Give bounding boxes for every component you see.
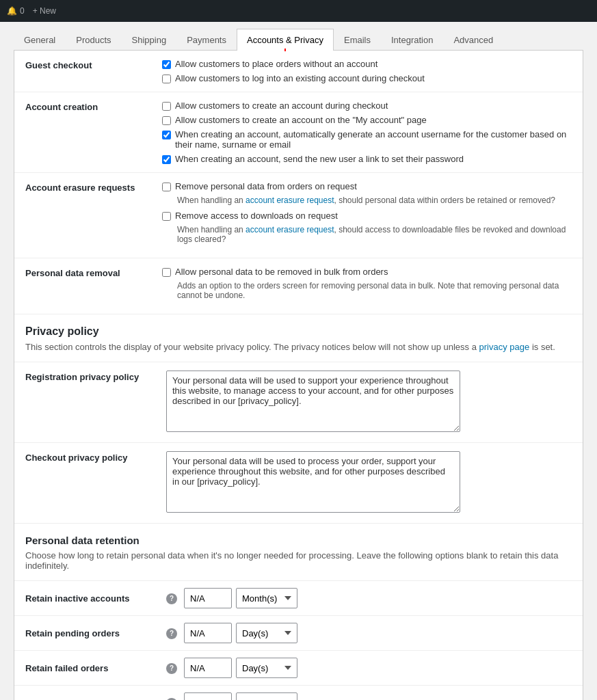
guest-checkout-checkbox-1[interactable] (162, 60, 171, 69)
account-erasure-row: Account erasure requests Remove personal… (14, 173, 583, 258)
retain-inactive-help-icon[interactable]: ? (166, 593, 177, 604)
privacy-policy-desc: This section controls the display of you… (25, 342, 572, 352)
checkout-privacy-label-wrap: Checkout privacy policy ? (25, 451, 162, 463)
registration-privacy-label: Registration privacy policy (25, 371, 162, 382)
personal-data-removal-hint: Adds an option to the orders screen for … (177, 281, 572, 300)
account-erasure-hint-1: When handling an account erasure request… (177, 196, 572, 205)
personal-data-removal-checkbox[interactable] (162, 268, 171, 277)
retain-cancelled-input[interactable] (184, 692, 232, 700)
account-creation-label-2[interactable]: Allow customers to create an account on … (175, 115, 427, 125)
new-button[interactable]: + New (33, 6, 56, 16)
guest-checkout-checkbox-2[interactable] (162, 75, 171, 83)
account-creation-label: Account creation (25, 100, 162, 112)
retain-inactive-select[interactable]: Month(s) Day(s) Week(s) Year(s) (236, 588, 297, 608)
retain-failed-input[interactable] (184, 658, 232, 678)
account-creation-option-1: Allow customers to create an account dur… (162, 100, 572, 111)
personal-data-removal-label: Personal data removal (25, 267, 162, 278)
retain-failed-select[interactable]: Day(s) Month(s) Week(s) Year(s) (236, 658, 297, 678)
account-erasure-label-2[interactable]: Remove access to downloads on request (175, 211, 338, 221)
account-erasure-checkbox-1[interactable] (162, 183, 171, 191)
tab-emails[interactable]: Emails (334, 29, 381, 51)
page-content: General Products Shipping Payments Accou… (0, 22, 597, 700)
account-erasure-checkbox-2[interactable] (162, 212, 171, 221)
account-erasure-label-1[interactable]: Remove personal data from orders on requ… (175, 181, 357, 191)
tab-products[interactable]: Products (66, 29, 121, 51)
account-creation-option-3: When creating an account, automatically … (162, 129, 572, 150)
checkout-privacy-label: Checkout privacy policy (25, 451, 162, 463)
retain-inactive-input[interactable] (184, 588, 232, 608)
retain-pending-orders-label: Retain pending orders (25, 628, 162, 638)
retain-pending-help-icon[interactable]: ? (166, 628, 177, 639)
personal-data-removal-option-label[interactable]: Allow personal data to be removed in bul… (175, 267, 388, 277)
account-erasure-hint-2: When handling an account erasure request… (177, 225, 572, 244)
retain-pending-orders-row: Retain pending orders ? Day(s) Month(s) … (14, 616, 583, 651)
retention-section-desc: Choose how long to retain personal data … (25, 550, 572, 571)
tab-integration[interactable]: Integration (381, 29, 443, 51)
retain-failed-orders-row: Retain failed orders ? Day(s) Month(s) W… (14, 651, 583, 686)
checkout-privacy-controls: Your personal data will be used to proce… (166, 451, 572, 515)
account-creation-option-2: Allow customers to create an account on … (162, 115, 572, 125)
registration-privacy-label-wrap: Registration privacy policy ? (25, 371, 162, 382)
retain-inactive-accounts-label: Retain inactive accounts (25, 593, 162, 604)
bell-icon: 🔔 (7, 6, 17, 16)
retain-failed-orders-label: Retain failed orders (25, 663, 162, 673)
guest-checkout-controls: Allow customers to place orders without … (162, 59, 572, 83)
account-creation-row: Account creation Allow customers to crea… (14, 92, 583, 173)
privacy-policy-title: Privacy policy (25, 325, 572, 338)
account-erasure-label: Account erasure requests (25, 181, 162, 193)
guest-checkout-label-2[interactable]: Allow customers to log into an existing … (175, 73, 425, 83)
guest-checkout-label-1[interactable]: Allow customers to place orders without … (175, 59, 377, 69)
guest-checkout-option-1: Allow customers to place orders without … (162, 59, 572, 69)
tab-accounts-privacy[interactable]: Accounts & Privacy (237, 29, 334, 51)
privacy-page-link[interactable]: privacy page (479, 342, 530, 352)
retain-failed-help-icon[interactable]: ? (166, 663, 177, 674)
tab-navigation: General Products Shipping Payments Accou… (14, 29, 583, 51)
erasure-request-link-1[interactable]: account erasure request (246, 196, 334, 205)
personal-data-removal-option: Allow personal data to be removed in bul… (162, 267, 572, 277)
erasure-request-link-2[interactable]: account erasure request (246, 225, 334, 234)
account-erasure-option-1: Remove personal data from orders on requ… (162, 181, 572, 191)
account-creation-checkbox-2[interactable] (162, 116, 171, 125)
personal-data-removal-row: Personal data removal Allow personal dat… (14, 258, 583, 314)
account-creation-checkbox-3[interactable] (162, 131, 171, 139)
account-creation-label-1[interactable]: Allow customers to create an account dur… (175, 100, 388, 111)
retention-section-heading: Personal data retention Choose how long … (14, 524, 583, 581)
guest-checkout-label: Guest checkout (25, 59, 162, 70)
privacy-policy-section-heading: Privacy policy This section controls the… (14, 314, 583, 362)
notifications[interactable]: 🔔 0 (7, 6, 25, 16)
account-creation-label-3[interactable]: When creating an account, automatically … (175, 129, 572, 150)
checkout-privacy-row: Checkout privacy policy ? Your personal … (14, 443, 583, 524)
account-erasure-option-2: Remove access to downloads on request (162, 211, 572, 221)
admin-bar: 🔔 0 + New (0, 0, 597, 22)
retain-cancelled-orders-row: Retain cancelled orders ? Day(s) Month(s… (14, 686, 583, 700)
account-erasure-controls: Remove personal data from orders on requ… (162, 181, 572, 250)
retain-pending-orders-controls: Day(s) Month(s) Week(s) Year(s) (184, 623, 297, 643)
tab-advanced[interactable]: Advanced (443, 29, 503, 51)
retain-inactive-accounts-row: Retain inactive accounts ? Month(s) Day(… (14, 581, 583, 616)
registration-privacy-textarea[interactable]: Your personal data will be used to suppo… (166, 371, 460, 432)
account-creation-checkbox-4[interactable] (162, 155, 171, 164)
retain-cancelled-select[interactable]: Day(s) Month(s) Week(s) Year(s) (236, 692, 297, 700)
settings-panel: Guest checkout Allow customers to place … (14, 51, 583, 700)
retain-pending-input[interactable] (184, 623, 232, 643)
account-creation-option-4: When creating an account, send the new u… (162, 154, 572, 164)
account-creation-label-4[interactable]: When creating an account, send the new u… (175, 154, 464, 164)
retain-inactive-accounts-controls: Month(s) Day(s) Week(s) Year(s) (184, 588, 297, 608)
retention-section-title: Personal data retention (25, 535, 572, 546)
tab-payments[interactable]: Payments (176, 29, 237, 51)
guest-checkout-row: Guest checkout Allow customers to place … (14, 51, 583, 92)
account-creation-checkbox-1[interactable] (162, 102, 171, 111)
personal-data-removal-controls: Allow personal data to be removed in bul… (162, 267, 572, 306)
tab-general[interactable]: General (14, 29, 66, 51)
retain-cancelled-orders-label: Retain cancelled orders (25, 698, 162, 701)
retain-cancelled-orders-controls: Day(s) Month(s) Week(s) Year(s) (184, 692, 297, 700)
retain-pending-select[interactable]: Day(s) Month(s) Week(s) Year(s) (236, 623, 297, 643)
registration-privacy-row: Registration privacy policy ? Your perso… (14, 362, 583, 443)
account-creation-controls: Allow customers to create an account dur… (162, 100, 572, 164)
tab-shipping[interactable]: Shipping (122, 29, 177, 51)
retain-cancelled-help-icon[interactable]: ? (166, 698, 177, 701)
retain-failed-orders-controls: Day(s) Month(s) Week(s) Year(s) (184, 658, 297, 678)
registration-privacy-controls: Your personal data will be used to suppo… (166, 371, 572, 434)
guest-checkout-option-2: Allow customers to log into an existing … (162, 73, 572, 83)
checkout-privacy-textarea[interactable]: Your personal data will be used to proce… (166, 451, 460, 513)
